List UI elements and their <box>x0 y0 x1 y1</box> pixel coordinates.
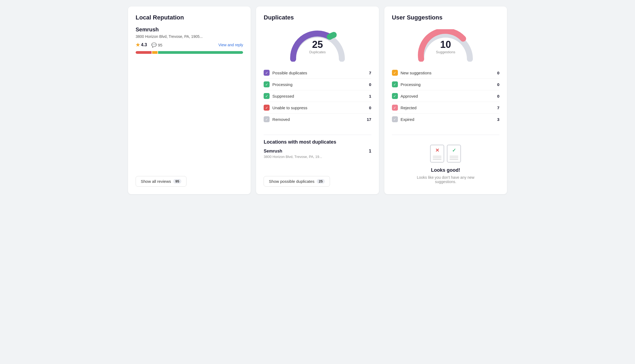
unable-suppress-label: Unable to suppress <box>272 105 307 110</box>
doc-line <box>450 157 458 158</box>
possible-duplicates-label: Possible duplicates <box>272 71 307 75</box>
expired-label: Expired <box>401 117 414 122</box>
doc-line <box>450 156 458 157</box>
list-item: ✓ Unable to suppress 0 <box>264 102 371 114</box>
looks-good-text: Looks like you don't have any new sugges… <box>416 175 475 184</box>
doc-line <box>433 157 441 158</box>
doc-line <box>433 159 441 160</box>
unable-suppress-icon: ✓ <box>264 105 270 111</box>
list-item: ✓ Approved 0 <box>392 90 499 102</box>
comment-icon: 💬 <box>151 42 157 48</box>
removed-icon: ✓ <box>264 116 270 122</box>
looks-good-title: Looks good! <box>431 167 460 173</box>
show-possible-duplicates-label: Show possible duplicates <box>269 179 314 184</box>
location-row: Semrush 1 <box>264 149 371 154</box>
processing-count: 0 <box>369 82 371 87</box>
processing-icon: ✓ <box>264 81 270 87</box>
unable-suppress-count: 0 <box>369 105 371 110</box>
duplicates-gauge-label: Duplicates <box>309 50 326 54</box>
doc-lines <box>450 156 458 160</box>
suggestions-gauge-number: 10 <box>436 39 456 49</box>
main-container: Local Reputation Semrush 3800 Horizon Bl… <box>128 6 507 194</box>
list-item: ✓ Processing 0 <box>264 79 371 90</box>
user-suggestions-card: User Suggestions 10 Suggestions ✓ New su… <box>384 6 507 194</box>
suggestions-divider <box>392 135 499 135</box>
company-address: 3800 Horizon Blvd, Trevose, PA, 1905... <box>136 34 243 39</box>
suggestions-gauge: 10 Suggestions <box>392 29 499 62</box>
rejected-icon: ✓ <box>392 105 398 111</box>
location-name: Semrush <box>264 149 282 154</box>
rejected-count: 7 <box>497 105 499 110</box>
new-suggestions-count: 0 <box>497 71 499 75</box>
list-item: ✓ Suppressed 1 <box>264 90 371 102</box>
doc-line <box>450 159 458 160</box>
local-reputation-title: Local Reputation <box>136 14 243 21</box>
duplicates-stats-list: ✓ Possible duplicates 7 ✓ Processing 0 ✓… <box>264 67 371 125</box>
rejected-label: Rejected <box>401 105 417 110</box>
duplicates-gauge-number: 25 <box>309 39 326 49</box>
looks-good-area: ✕ ✓ Looks good! <box>392 139 499 187</box>
show-all-reviews-count: 95 <box>173 179 181 184</box>
suggestions-gauge-wrap: 10 Suggestions <box>416 29 475 62</box>
checkmark-icon: ✓ <box>452 147 456 153</box>
doc-rejected-icon: ✕ <box>430 145 444 163</box>
expired-icon: ✓ <box>392 116 398 122</box>
possible-duplicates-count: 7 <box>369 71 371 75</box>
local-reputation-card: Local Reputation Semrush 3800 Horizon Bl… <box>128 6 251 194</box>
gauge-center: 25 Duplicates <box>309 39 326 54</box>
suggestions-gauge-center: 10 Suggestions <box>436 39 456 54</box>
suppressed-label: Suppressed <box>272 94 294 98</box>
comment-count: 💬 95 <box>151 42 162 48</box>
possible-duplicates-icon: ✓ <box>264 70 270 76</box>
show-all-reviews-label: Show all reviews <box>141 179 171 184</box>
view-reply-button[interactable]: View and reply <box>218 43 243 47</box>
processing-label: Processing <box>272 82 292 87</box>
doc-approved-icon: ✓ <box>447 145 461 163</box>
locations-title: Locations with most duplicates <box>264 139 371 145</box>
removed-count: 17 <box>367 117 371 122</box>
doc-line <box>433 156 441 157</box>
review-count: 95 <box>158 43 162 47</box>
divider <box>264 135 371 135</box>
suppressed-count: 1 <box>369 94 371 98</box>
new-suggestions-label: New suggestions <box>401 71 431 75</box>
show-possible-duplicates-button[interactable]: Show possible duplicates 25 <box>264 176 330 187</box>
rating-value: 4.3 <box>141 42 147 47</box>
suggestions-processing-label: Processing <box>401 82 421 87</box>
duplicates-title: Duplicates <box>264 14 371 21</box>
bar-green <box>158 51 243 54</box>
removed-label: Removed <box>272 117 290 122</box>
list-item: ✓ Expired 3 <box>392 114 499 125</box>
user-suggestions-title: User Suggestions <box>392 14 499 21</box>
show-possible-duplicates-count: 25 <box>317 179 325 184</box>
duplicates-gauge: 25 Duplicates <box>264 29 371 62</box>
gauge-wrap: 25 Duplicates <box>288 29 347 62</box>
duplicates-card: Duplicates 25 Duplicates ✓ <box>256 6 379 194</box>
new-suggestions-icon: ✓ <box>392 70 398 76</box>
bar-red <box>136 51 152 54</box>
star-icon: ★ <box>136 42 140 48</box>
list-item: ✓ Processing 0 <box>392 79 499 90</box>
suggestions-processing-count: 0 <box>497 82 499 87</box>
list-item: ✓ New suggestions 0 <box>392 67 499 79</box>
bar-orange <box>152 51 158 54</box>
looks-good-icon: ✕ ✓ <box>430 145 461 163</box>
rating-stars: ★ 4.3 <box>136 42 147 48</box>
suggestions-processing-icon: ✓ <box>392 81 398 87</box>
rating-row: ★ 4.3 💬 95 View and reply <box>136 42 243 48</box>
location-count: 1 <box>369 149 371 154</box>
list-item: ✓ Removed 17 <box>264 114 371 125</box>
suggestions-stats-list: ✓ New suggestions 0 ✓ Processing 0 ✓ App… <box>392 67 499 125</box>
approved-icon: ✓ <box>392 93 398 99</box>
list-item: ✓ Possible duplicates 7 <box>264 67 371 79</box>
suggestions-gauge-label: Suggestions <box>436 50 456 54</box>
doc-lines <box>433 156 441 160</box>
expired-count: 3 <box>497 117 499 122</box>
approved-label: Approved <box>401 94 418 98</box>
company-name: Semrush <box>136 27 243 33</box>
rating-bar <box>136 51 243 54</box>
approved-count: 0 <box>497 94 499 98</box>
show-all-reviews-button[interactable]: Show all reviews 95 <box>136 176 186 187</box>
list-item: ✓ Rejected 7 <box>392 102 499 114</box>
suppressed-icon: ✓ <box>264 93 270 99</box>
